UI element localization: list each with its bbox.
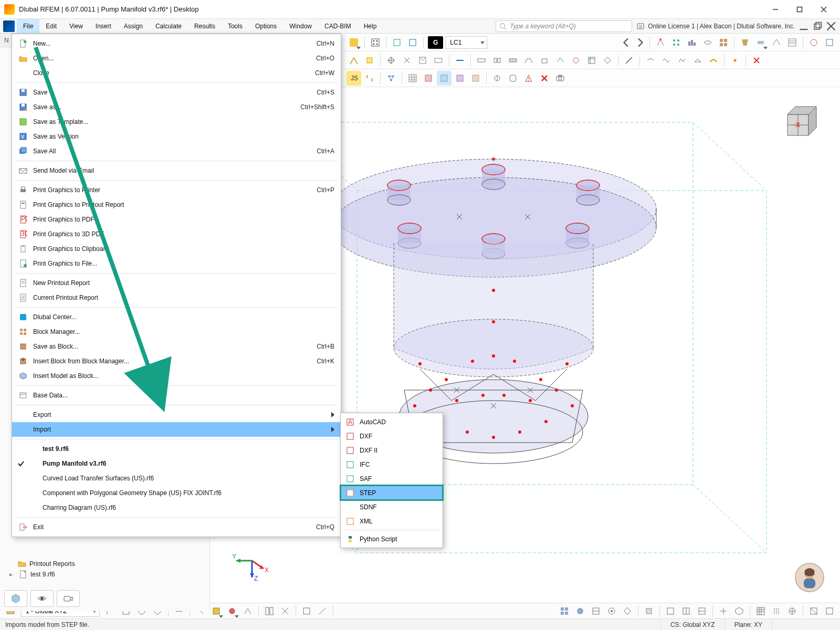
import-dxf2[interactable]: DXF II: [341, 443, 443, 457]
delete-button[interactable]: [537, 71, 552, 86]
tool-button[interactable]: [690, 53, 705, 68]
tool-button[interactable]: [209, 604, 224, 618]
tool-button[interactable]: [299, 604, 314, 618]
tool-button[interactable]: [537, 53, 552, 68]
tool-button[interactable]: [728, 53, 742, 68]
file-menu-save-all[interactable]: Save AllCtrl+A: [12, 144, 341, 159]
tool-button[interactable]: [362, 71, 377, 86]
tool-button[interactable]: [553, 53, 568, 68]
import-python[interactable]: Python Script: [341, 532, 443, 546]
tool-button[interactable]: [521, 71, 536, 86]
camera-button[interactable]: [553, 71, 568, 86]
tool-button[interactable]: [675, 53, 689, 68]
file-menu-import[interactable]: Import: [12, 422, 341, 437]
tool-button[interactable]: [679, 604, 694, 618]
file-menu-recent[interactable]: Charring Diagram (US).rf6: [12, 500, 341, 515]
tool-button[interactable]: [315, 604, 330, 618]
file-menu-save-block[interactable]: Save as Block...Ctrl+B: [12, 339, 341, 354]
menu-calculate[interactable]: Calculate: [149, 19, 188, 33]
tool-button[interactable]: [769, 35, 784, 50]
menu-insert[interactable]: Insert: [89, 19, 118, 33]
menu-view[interactable]: View: [63, 19, 89, 33]
file-menu-print-clipboard[interactable]: Print Graphics to Clipboard: [12, 242, 341, 256]
tool-button[interactable]: [431, 53, 446, 68]
menu-file[interactable]: File: [17, 19, 39, 33]
tool-button[interactable]: [732, 604, 747, 618]
menu-window[interactable]: Window: [283, 19, 318, 33]
nav-next-button[interactable]: [634, 36, 646, 49]
tool-button[interactable]: [769, 604, 784, 618]
tool-button[interactable]: [405, 71, 420, 86]
tool-button[interactable]: [700, 35, 715, 50]
tool-button[interactable]: [659, 53, 674, 68]
tool-button[interactable]: [346, 35, 361, 50]
tool-button[interactable]: [620, 604, 635, 618]
tool-button[interactable]: [663, 604, 678, 618]
tool-button[interactable]: [695, 604, 709, 618]
tool-button[interactable]: [669, 35, 684, 50]
tool-button[interactable]: [415, 53, 430, 68]
import-xml[interactable]: XML: [341, 514, 443, 528]
license-label[interactable]: Online License 1 | Alex Bacon | Dlubal S…: [636, 22, 795, 30]
import-step[interactable]: STEP: [341, 486, 443, 500]
file-menu-base-data[interactable]: Base Data...: [12, 388, 341, 403]
assistant-avatar[interactable]: [795, 563, 824, 592]
tool-button[interactable]: [362, 53, 377, 68]
tool-button[interactable]: [557, 604, 572, 618]
tool-button[interactable]: [453, 53, 467, 68]
file-menu-recent[interactable]: Component with Polygonal Geometry Shape …: [12, 486, 341, 500]
tool-button[interactable]: [643, 53, 658, 68]
file-menu-save-version[interactable]: vSave as Version: [12, 129, 341, 144]
tool-button[interactable]: [753, 35, 768, 50]
tool-button[interactable]: [278, 604, 292, 618]
menu-edit[interactable]: Edit: [39, 19, 63, 33]
file-menu-print-printer[interactable]: Print Graphics to PrinterCtrl+P: [12, 183, 341, 197]
file-menu-print-report[interactable]: Print Graphics to Printout Report: [12, 197, 341, 212]
tool-button[interactable]: [785, 604, 800, 618]
tool-button[interactable]: [604, 604, 619, 618]
tool-button[interactable]: [716, 604, 731, 618]
tool-button[interactable]: [384, 71, 398, 86]
import-dxf[interactable]: DXF: [341, 429, 443, 443]
file-menu-insert-block[interactable]: Insert Block from Block Manager...Ctrl+K: [12, 354, 341, 369]
tool-button[interactable]: [653, 35, 668, 50]
import-saf[interactable]: SAF: [341, 471, 443, 486]
menu-assign[interactable]: Assign: [118, 19, 149, 33]
tool-button[interactable]: [584, 53, 599, 68]
tool-button[interactable]: [490, 53, 505, 68]
tool-button[interactable]: [706, 53, 721, 68]
orientation-cube[interactable]: -X: [777, 99, 824, 146]
import-ifc[interactable]: IFC: [341, 457, 443, 471]
navigator-tree[interactable]: Printout Reports ▸ test 9.rf6: [4, 559, 205, 580]
menu-results[interactable]: Results: [188, 19, 222, 33]
file-menu-recent[interactable]: Pump Manifold v3.rf6: [12, 456, 341, 471]
tree-item[interactable]: Printout Reports: [4, 559, 205, 569]
tool-button[interactable]: [506, 53, 520, 68]
tool-button[interactable]: [600, 53, 615, 68]
tool-button[interactable]: [822, 35, 837, 50]
file-menu-block-manager[interactable]: Block Manager...: [12, 324, 341, 339]
file-menu-print-pdf[interactable]: PDFPrint Graphics to PDF: [12, 212, 341, 227]
menu-options[interactable]: Options: [249, 19, 283, 33]
tool-button[interactable]: [437, 71, 452, 86]
tool-button[interactable]: [806, 604, 821, 618]
mdi-close-button[interactable]: [826, 22, 836, 31]
file-menu-current-report[interactable]: Current Printout Report: [12, 290, 341, 305]
file-menu-open[interactable]: Open...Ctrl+O: [12, 51, 341, 66]
tool-button[interactable]: [384, 53, 398, 68]
panel-tab-button[interactable]: [57, 590, 80, 607]
file-menu-send-email[interactable]: Send Model via Email: [12, 163, 341, 178]
tool-button[interactable]: [785, 35, 800, 50]
tool-button[interactable]: [685, 35, 699, 50]
tool-button[interactable]: [573, 604, 587, 618]
menu-cadbim[interactable]: CAD-BIM: [318, 19, 358, 33]
file-menu-dlubal-center[interactable]: Dlubal Center...: [12, 310, 341, 324]
tool-button[interactable]: [468, 71, 483, 86]
tool-button[interactable]: [521, 53, 536, 68]
import-sdnf[interactable]: SDNF: [341, 500, 443, 514]
tool-button[interactable]: [421, 71, 436, 86]
tool-button[interactable]: [642, 604, 656, 618]
tool-button[interactable]: [738, 35, 752, 50]
tool-button[interactable]: [506, 71, 520, 86]
file-menu-print-3dpdf[interactable]: 3DPrint Graphics to 3D PDF: [12, 227, 341, 242]
